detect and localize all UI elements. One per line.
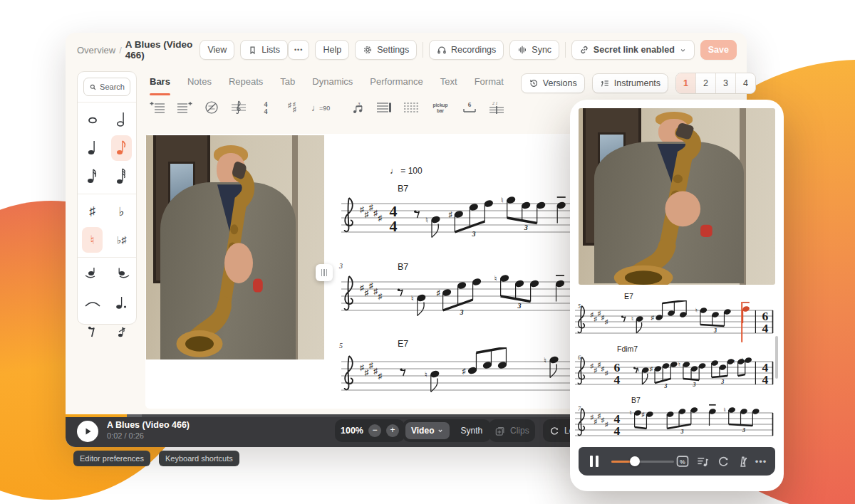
svg-text:3: 3 <box>742 427 745 434</box>
speed-slider[interactable] <box>611 461 674 463</box>
svg-text:♯: ♯ <box>373 209 378 217</box>
score-scrollbar[interactable] <box>775 336 778 379</box>
video-source-button[interactable]: Video <box>405 422 450 439</box>
settings-button[interactable]: Settings <box>355 40 417 60</box>
speed-percent-button[interactable]: % <box>674 453 691 470</box>
grace-note-icon[interactable] <box>107 317 136 346</box>
tab-bars[interactable]: Bars <box>150 76 170 91</box>
zoom-in-button[interactable]: + <box>386 424 399 437</box>
tab-notes[interactable]: Notes <box>187 76 212 91</box>
add-bar-before-icon[interactable] <box>147 98 168 117</box>
svg-text:♯: ♯ <box>605 318 608 325</box>
ending-brackets-icon[interactable]: 2 1 <box>486 98 507 117</box>
bar-duration-icon[interactable]: 6 <box>459 98 480 117</box>
versions-button[interactable]: Versions <box>521 73 585 93</box>
dotted-note-icon[interactable] <box>107 289 136 317</box>
svg-text:♯: ♯ <box>373 367 378 375</box>
tab-repeats[interactable]: Repeats <box>229 76 263 91</box>
staff-3[interactable]: ♯♯♯♯♯♮♯3♮ <box>341 347 583 409</box>
recordings-button[interactable]: Recordings <box>429 40 504 60</box>
clips-icon <box>494 426 505 436</box>
video-resize-handle[interactable] <box>316 264 333 281</box>
version-3[interactable]: 3 <box>715 73 735 93</box>
svg-text:♯: ♯ <box>369 361 373 369</box>
svg-text:3: 3 <box>517 302 522 310</box>
more-button[interactable]: ••• <box>288 40 309 60</box>
version-1[interactable]: 1 <box>676 73 695 93</box>
tab-bar: Bars Notes Repeats Tab Dynamics Performa… <box>150 73 735 94</box>
mobile-more-button[interactable]: ••• <box>752 453 770 470</box>
keyboard-shortcuts-button[interactable]: Keyboard shortcuts <box>159 451 239 466</box>
flat-icon[interactable]: ♭ <box>107 197 136 226</box>
dashed-barline-icon[interactable] <box>400 98 422 117</box>
clef-icon[interactable] <box>228 98 249 117</box>
svg-text:♯: ♯ <box>360 205 364 214</box>
tab-tab[interactable]: Tab <box>280 76 295 91</box>
tab-performance[interactable]: Performance <box>370 76 423 91</box>
svg-text:4: 4 <box>390 217 398 235</box>
slider-knob[interactable] <box>630 456 640 466</box>
mobile-loop-button[interactable] <box>714 453 731 470</box>
tempo-icon[interactable]: ♩=90 <box>309 98 341 117</box>
eighth-rest-icon[interactable] <box>78 317 107 346</box>
mobile-player-bar: % ••• <box>579 447 775 476</box>
empty-bar-icon[interactable] <box>201 98 222 117</box>
key-signature-icon[interactable]: ♯♯♯ <box>282 98 304 117</box>
sixteenth-note-icon[interactable] <box>78 162 107 191</box>
mobile-staff-3[interactable]: ♯♯♯♯♯44♮♯3♮3 <box>574 403 774 450</box>
palette-search-button[interactable]: Search <box>83 78 130 96</box>
flat-sharp-icon[interactable]: ♭♯ <box>107 226 136 254</box>
mobile-staff-2[interactable]: ♯♯♯♯♯64♮♯3♮33♮♯44 <box>574 352 774 399</box>
tab-dynamics[interactable]: Dynamics <box>312 76 353 91</box>
pickup-bar-icon[interactable]: pickupbar <box>428 98 453 117</box>
quarter-note-icon[interactable] <box>78 134 107 162</box>
instruments-button[interactable]: Instruments <box>592 73 668 93</box>
header-bar: Overview / A Blues (Video 466) View List… <box>66 33 747 67</box>
slur-icon[interactable] <box>78 289 107 317</box>
zoom-out-button[interactable]: − <box>368 424 381 437</box>
save-button[interactable]: Save <box>700 40 737 60</box>
svg-text:♮: ♮ <box>724 406 726 414</box>
mobile-video <box>579 108 775 285</box>
natural-icon[interactable]: ♮ <box>82 227 103 253</box>
version-segment-control: 1 2 3 4 <box>675 73 756 94</box>
music-list-icon <box>696 455 710 468</box>
metronome-icon <box>736 455 750 468</box>
clips-button[interactable]: Clips <box>489 419 535 442</box>
editor-preferences-button[interactable]: Editor preferences <box>73 451 150 466</box>
svg-text:4: 4 <box>614 372 621 387</box>
half-note-icon[interactable] <box>107 105 136 134</box>
secret-link-button[interactable]: Secret link enabled <box>571 40 695 60</box>
eighth-note-icon[interactable] <box>111 135 132 161</box>
tab-text[interactable]: Text <box>440 76 457 91</box>
pause-button[interactable] <box>590 456 598 467</box>
play-button[interactable] <box>77 421 98 442</box>
zoom-level: 100% <box>341 426 363 436</box>
add-bar-after-icon[interactable] <box>174 98 195 117</box>
help-button[interactable]: Help <box>315 40 349 60</box>
svg-text:2 1: 2 1 <box>492 101 498 105</box>
tie-back-icon[interactable] <box>78 261 107 289</box>
time-signature-icon[interactable]: 44 <box>255 98 276 117</box>
view-button[interactable]: View <box>200 40 234 60</box>
main-video <box>146 135 324 359</box>
sync-button[interactable]: Sync <box>509 40 559 60</box>
tuplet-icon[interactable]: 3 <box>346 98 368 117</box>
thirtysecond-note-icon[interactable] <box>107 162 136 191</box>
tab-format[interactable]: Format <box>475 76 504 91</box>
notation-settings-button[interactable] <box>694 453 711 470</box>
whole-note-icon[interactable] <box>78 105 107 134</box>
tie-forward-icon[interactable] <box>107 261 136 289</box>
mobile-staff-1[interactable]: ♯♯♯♯♯♮♯3♮364 <box>574 300 774 347</box>
metronome-button[interactable] <box>734 453 751 470</box>
version-4[interactable]: 4 <box>735 73 755 93</box>
breadcrumb-overview[interactable]: Overview <box>77 45 115 56</box>
lists-button[interactable]: Lists <box>240 40 288 60</box>
staff-2[interactable]: ♯♯♯♯♯♮♯3♮3 <box>341 268 583 333</box>
barline-icon[interactable] <box>373 98 395 117</box>
svg-text:3: 3 <box>692 382 695 388</box>
synth-source-button[interactable]: Synth <box>455 426 488 436</box>
staff-1[interactable]: ♯♯♯♯♯44♮♯3♮3 <box>341 189 583 255</box>
sharp-icon[interactable]: ♯ <box>78 197 107 226</box>
version-2[interactable]: 2 <box>695 73 715 93</box>
